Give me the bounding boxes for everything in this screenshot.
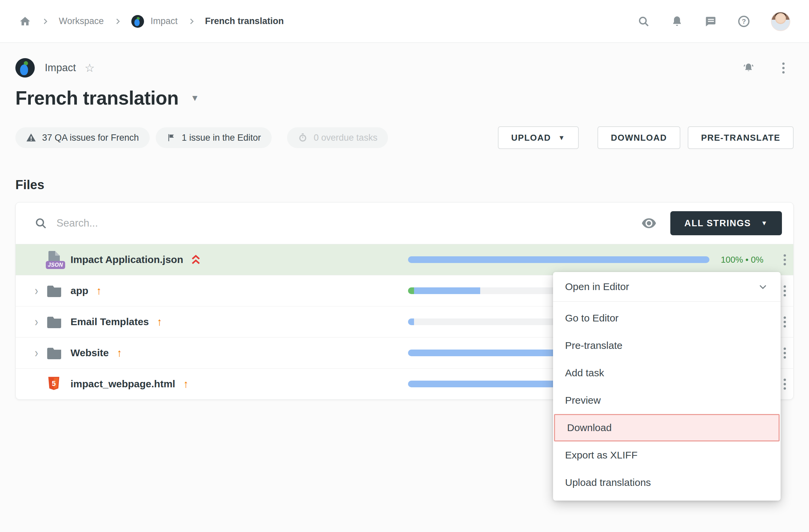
file-row-impact-application-json[interactable]: JSON Impact Application.json 100% • 0% [16, 244, 793, 275]
folder-name: Website [70, 347, 108, 359]
file-context-menu: Open in Editor Go to Editor Pre-translat… [553, 272, 780, 501]
context-menu-header-label: Open in Editor [565, 281, 629, 292]
stopwatch-icon [298, 133, 308, 143]
row-menu-kebab-icon[interactable] [781, 345, 788, 361]
download-button[interactable]: DOWNLOAD [598, 126, 681, 149]
files-heading: Files [15, 178, 794, 192]
upload-arrow-icon: ↑ [183, 379, 188, 389]
row-menu-kebab-icon[interactable] [781, 252, 788, 267]
file-name: impact_webpage.html [70, 378, 175, 390]
notifications-icon[interactable] [671, 15, 683, 28]
context-menu-go-to-editor[interactable]: Go to Editor [553, 305, 780, 332]
user-avatar[interactable] [771, 12, 790, 31]
row-menu-kebab-icon[interactable] [781, 284, 788, 298]
strings-filter-caret-icon: ▼ [761, 220, 768, 227]
folder-icon [47, 285, 63, 297]
flag-icon [167, 133, 176, 142]
breadcrumb-workspace[interactable]: Workspace [59, 16, 104, 27]
qa-issues-label: 37 QA issues for French [42, 133, 139, 143]
chevron-down-icon [758, 282, 768, 292]
progress-stats: 100% • 0% [709, 255, 776, 265]
context-menu-download[interactable]: Download [554, 414, 779, 442]
files-search-input[interactable] [56, 217, 639, 229]
context-menu-divider [553, 302, 780, 302]
folder-icon [47, 315, 63, 328]
favorite-star-icon[interactable]: ☆ [85, 62, 94, 73]
upload-arrow-icon: ↑ [157, 316, 162, 327]
project-logo-icon [131, 15, 144, 28]
title-dropdown-caret-icon[interactable]: ▼ [190, 93, 199, 103]
editor-issue-label: 1 issue in the Editor [182, 133, 261, 143]
overdue-tasks-badge[interactable]: 0 overdue tasks [287, 127, 388, 148]
file-name: Impact Application.json [70, 254, 183, 265]
upload-button[interactable]: UPLOAD ▼ [498, 126, 579, 149]
folder-icon [47, 346, 63, 359]
status-badges-row: 37 QA issues for French 1 issue in the E… [15, 126, 794, 149]
breadcrumb-project-label: Impact [151, 16, 178, 27]
context-menu-add-task[interactable]: Add task [553, 359, 780, 387]
editor-issue-badge[interactable]: 1 issue in the Editor [156, 127, 272, 148]
pre-translate-button-label: PRE-TRANSLATE [701, 133, 780, 143]
folder-name: app [70, 285, 88, 296]
files-search-row: ALL STRINGS ▼ [16, 203, 793, 244]
upload-button-label: UPLOAD [511, 133, 551, 143]
context-menu-open-in-editor[interactable]: Open in Editor [553, 272, 780, 302]
folder-name: Email Templates [70, 316, 149, 327]
row-menu-kebab-icon[interactable] [781, 377, 788, 392]
page-title: French translation [15, 87, 178, 109]
svg-text:5: 5 [52, 380, 56, 388]
visibility-eye-icon[interactable] [639, 215, 659, 231]
progress-bar [408, 256, 709, 263]
home-icon[interactable] [19, 15, 31, 28]
context-menu-pre-translate[interactable]: Pre-translate [553, 332, 780, 359]
strings-filter-label: ALL STRINGS [684, 218, 751, 228]
help-icon[interactable]: ? [738, 15, 750, 28]
upload-arrow-icon: ↑ [117, 347, 122, 358]
search-icon [34, 217, 47, 229]
svg-text:?: ? [742, 17, 746, 25]
project-menu-kebab-icon[interactable] [777, 62, 790, 74]
pre-translate-button[interactable]: PRE-TRANSLATE [688, 126, 794, 149]
search-icon[interactable] [637, 15, 650, 28]
subscribe-bell-icon[interactable] [742, 62, 755, 74]
page-title-row: French translation ▼ [15, 87, 794, 109]
breadcrumb-separator-icon [114, 18, 121, 25]
context-menu-upload-translations[interactable]: Upload translations [553, 469, 780, 496]
file-actions: UPLOAD ▼ DOWNLOAD PRE-TRANSLATE [498, 126, 794, 149]
messages-icon[interactable] [704, 15, 717, 28]
breadcrumb-separator-icon [41, 18, 49, 25]
context-menu-preview[interactable]: Preview [553, 387, 780, 414]
breadcrumb: Workspace Impact French translation [19, 15, 284, 28]
strings-filter-button[interactable]: ALL STRINGS ▼ [670, 211, 782, 235]
qa-issues-badge[interactable]: 37 QA issues for French [15, 127, 150, 148]
context-menu-export-as-xliff[interactable]: Export as XLIFF [553, 442, 780, 469]
json-file-icon: JSON [47, 250, 62, 269]
project-logo-icon [15, 58, 35, 78]
breadcrumb-separator-icon [188, 18, 195, 25]
breadcrumb-current: French translation [205, 16, 284, 27]
upload-caret-icon: ▼ [558, 134, 565, 142]
project-header: Impact ☆ [15, 58, 794, 78]
upload-arrow-icon: ↑ [96, 286, 102, 296]
row-menu-kebab-icon[interactable] [781, 314, 788, 329]
topbar-actions: ? [637, 12, 790, 31]
overdue-tasks-label: 0 overdue tasks [314, 133, 378, 143]
warning-icon [26, 133, 36, 143]
expand-chevron-icon[interactable]: › [35, 345, 38, 360]
download-button-label: DOWNLOAD [611, 133, 667, 143]
breadcrumb-project[interactable]: Impact [131, 15, 178, 28]
expand-chevron-icon[interactable]: › [35, 284, 38, 298]
high-priority-icon [191, 254, 201, 265]
project-name: Impact [45, 62, 76, 74]
topbar: Workspace Impact French translation ? [0, 0, 809, 43]
html-file-icon: 5 [47, 376, 61, 392]
expand-chevron-icon[interactable]: › [35, 314, 38, 329]
